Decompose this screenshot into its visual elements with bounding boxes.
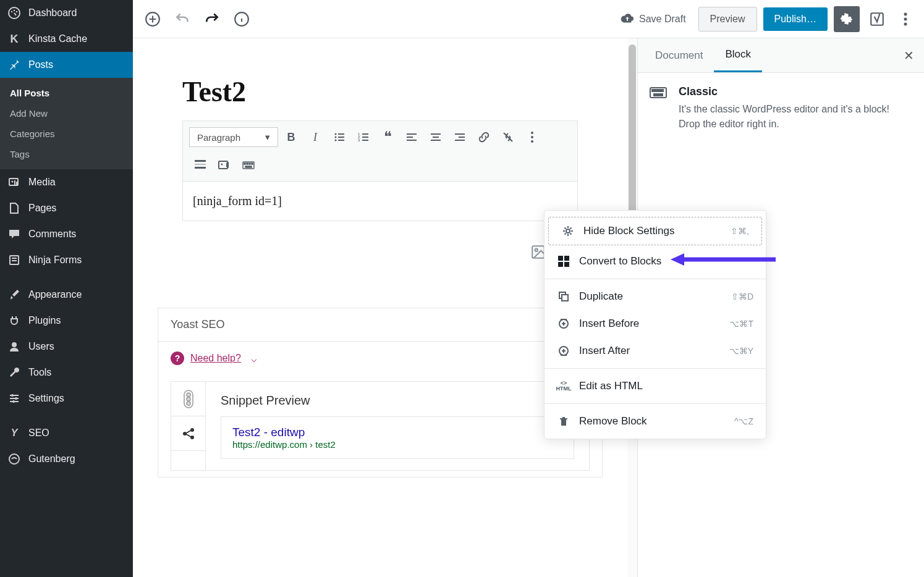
sidebar-item-dashboard[interactable]: Dashboard xyxy=(0,0,133,26)
svg-rect-52 xyxy=(219,161,227,169)
menu-remove-block[interactable]: Remove Block ^⌥Z xyxy=(545,408,766,435)
redo-button[interactable] xyxy=(200,7,224,32)
bullet-list-button[interactable] xyxy=(328,126,350,148)
submenu-add-new[interactable]: Add New xyxy=(0,103,133,124)
align-left-button[interactable] xyxy=(401,126,423,148)
submenu-categories[interactable]: Categories xyxy=(0,124,133,144)
sidebar-label: SEO xyxy=(28,427,49,439)
blocks-icon xyxy=(557,256,570,267)
comment-icon xyxy=(7,227,21,241)
serp-url: https://editwp.com › test2 xyxy=(232,439,562,450)
add-media-button[interactable] xyxy=(213,154,235,176)
readmore-button[interactable] xyxy=(189,154,211,176)
admin-sidebar: Dashboard K Kinsta Cache Posts All Posts… xyxy=(0,0,133,577)
keyboard-icon xyxy=(649,85,668,132)
format-dropdown[interactable]: Paragraph ▾ xyxy=(189,127,278,147)
sidebar-label: Kinsta Cache xyxy=(28,33,87,44)
media-icon xyxy=(7,175,21,189)
sidebar-item-plugins[interactable]: Plugins xyxy=(0,308,133,334)
svg-rect-77 xyxy=(564,256,569,261)
gear-icon xyxy=(561,225,575,237)
unlink-button[interactable] xyxy=(497,126,519,148)
sidebar-item-tools[interactable]: Tools xyxy=(0,360,133,385)
need-help-link[interactable]: Need help? xyxy=(190,353,241,364)
duplicate-icon xyxy=(557,291,570,302)
close-inspector-button[interactable]: ✕ xyxy=(900,48,918,63)
sidebar-item-ninja[interactable]: Ninja Forms xyxy=(0,247,133,273)
sidebar-item-gutenberg[interactable]: Gutenberg xyxy=(0,446,133,472)
menu-duplicate[interactable]: Duplicate ⇧⌘D xyxy=(545,283,766,310)
sidebar-item-comments[interactable]: Comments xyxy=(0,221,133,247)
menu-edit-html[interactable]: <>HTML Edit as HTML xyxy=(545,373,766,400)
svg-point-24 xyxy=(904,22,907,25)
submenu-all-posts[interactable]: All Posts xyxy=(0,83,133,103)
chevron-down-icon[interactable]: ⌵ xyxy=(251,353,257,364)
add-block-button[interactable] xyxy=(140,7,165,32)
align-center-button[interactable] xyxy=(425,126,447,148)
align-right-button[interactable] xyxy=(449,126,471,148)
svg-rect-72 xyxy=(658,90,660,91)
block-name: Classic xyxy=(679,85,913,98)
share-icon[interactable] xyxy=(171,416,206,451)
info-button[interactable] xyxy=(229,7,254,32)
kinsta-icon: K xyxy=(7,32,21,46)
svg-point-63 xyxy=(187,393,190,397)
toolbar-more-button[interactable] xyxy=(521,126,543,148)
classic-content[interactable]: [ninja_form id=1] xyxy=(183,182,577,221)
svg-point-3 xyxy=(16,11,17,12)
menu-insert-after[interactable]: Insert After ⌥⌘Y xyxy=(545,337,766,364)
svg-rect-76 xyxy=(558,256,563,261)
svg-point-75 xyxy=(566,229,570,233)
svg-rect-42 xyxy=(431,140,441,141)
svg-rect-50 xyxy=(195,164,206,165)
svg-point-15 xyxy=(11,394,14,397)
sidebar-item-users[interactable]: Users xyxy=(0,334,133,360)
sidebar-item-media[interactable]: Media xyxy=(0,169,133,195)
tab-block[interactable]: Block xyxy=(714,38,762,72)
bold-button[interactable]: B xyxy=(280,126,302,148)
save-draft-label: Save Draft xyxy=(639,14,686,25)
sidebar-item-settings[interactable]: Settings xyxy=(0,385,133,411)
italic-button[interactable]: I xyxy=(304,126,326,148)
sidebar-label: Appearance xyxy=(28,289,82,300)
link-button[interactable] xyxy=(473,126,495,148)
undo-button[interactable] xyxy=(170,7,195,32)
svg-point-18 xyxy=(9,454,19,464)
tab-document[interactable]: Document xyxy=(644,38,714,72)
sidebar-label: Tools xyxy=(28,367,51,378)
submenu-tags[interactable]: Tags xyxy=(0,144,133,164)
svg-point-53 xyxy=(221,164,223,166)
sidebar-item-kinsta[interactable]: K Kinsta Cache xyxy=(0,26,133,52)
svg-rect-44 xyxy=(459,137,465,138)
svg-point-61 xyxy=(535,249,538,251)
menu-hide-settings[interactable]: Hide Block Settings ⇧⌘, xyxy=(548,217,762,245)
more-menu-button[interactable] xyxy=(894,8,917,30)
menu-insert-before[interactable]: Insert Before ⌥⌘T xyxy=(545,310,766,337)
save-draft-button[interactable]: Save Draft xyxy=(614,7,692,31)
keyboard-button[interactable] xyxy=(237,154,260,176)
svg-rect-6 xyxy=(14,180,15,185)
svg-point-25 xyxy=(335,133,337,135)
publish-button[interactable]: Publish… xyxy=(763,7,828,31)
svg-rect-56 xyxy=(247,163,248,164)
svg-rect-36 xyxy=(362,140,368,141)
sidebar-item-posts[interactable]: Posts xyxy=(0,52,133,78)
svg-point-48 xyxy=(531,140,533,143)
quote-button[interactable]: ❝ xyxy=(376,126,399,148)
gutenberg-icon xyxy=(7,452,21,466)
sidebar-item-pages[interactable]: Pages xyxy=(0,195,133,221)
sidebar-item-seo[interactable]: Y SEO xyxy=(0,420,133,446)
classic-block[interactable]: Paragraph ▾ B I 123 ❝ [ninja_form id=1] xyxy=(182,120,578,221)
yoast-button[interactable] xyxy=(866,8,888,30)
settings-toggle-button[interactable] xyxy=(834,6,860,32)
number-list-button[interactable]: 123 xyxy=(352,126,375,148)
preview-button[interactable]: Preview xyxy=(698,7,757,32)
sidebar-item-appearance[interactable]: Appearance xyxy=(0,282,133,308)
svg-rect-73 xyxy=(661,90,663,91)
svg-point-5 xyxy=(12,181,14,183)
traffic-light-icon[interactable] xyxy=(171,382,206,416)
post-title-input[interactable]: Test2 xyxy=(145,57,615,120)
svg-rect-45 xyxy=(455,140,465,141)
snippet-heading: Snippet Preview xyxy=(221,394,310,408)
svg-rect-37 xyxy=(407,133,417,135)
